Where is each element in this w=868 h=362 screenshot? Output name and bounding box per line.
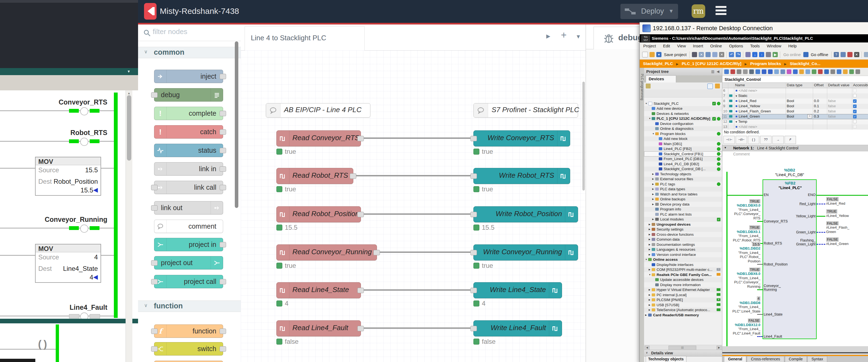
output-port[interactable] [358, 288, 364, 293]
tree-item[interactable]: Devices & networks [644, 111, 722, 116]
menu-icon[interactable] [716, 6, 726, 17]
tree-arrow-icon[interactable]: ▶ [649, 223, 652, 226]
input-port[interactable] [470, 288, 477, 293]
tree-item[interactable]: ▶USB [S7USB] [644, 302, 722, 308]
palette-category-function[interactable]: ∨function [138, 301, 241, 312]
input-port[interactable] [151, 329, 158, 334]
write-node[interactable]: Write Line4_State [473, 282, 562, 298]
output-port[interactable] [358, 212, 364, 217]
editor-tool-icon[interactable] [812, 69, 816, 74]
tree-arrow-icon[interactable]: ▶ [649, 228, 652, 230]
tree-arrow-icon[interactable]: ▶ [649, 248, 652, 251]
input-port[interactable] [470, 173, 477, 179]
toolbar-icon[interactable]: ↷ [736, 52, 741, 57]
tree-arrow-icon[interactable]: ▶ [649, 243, 652, 246]
tree-item[interactable]: ▶Cross-device functions [644, 232, 722, 237]
toolbar-icon[interactable] [650, 52, 655, 57]
deploy-caret-icon[interactable]: ▼ [669, 8, 674, 14]
palette-node-inject[interactable]: inject [154, 70, 223, 83]
toolbar-icon[interactable]: ✕ [719, 52, 724, 57]
toolbar-icon[interactable]: ✕ [854, 52, 859, 57]
editor-tool-icon[interactable] [787, 69, 792, 74]
tree-item[interactable]: Update accessible devices [644, 277, 722, 282]
palette-node-debug[interactable]: debug [154, 88, 223, 102]
table-row[interactable]: 7▼ Static [722, 93, 868, 99]
write-node[interactable]: Write Conveyor_Running [473, 244, 578, 260]
tree-arrow-icon[interactable]: ▶ [652, 203, 655, 205]
menu-edit[interactable]: Edit [659, 44, 674, 48]
tree-item[interactable]: ▶Local modules✓ [644, 217, 722, 222]
tab-devices[interactable]: Devices [646, 75, 676, 82]
output-port[interactable] [220, 148, 226, 153]
tree-arrow-icon[interactable]: ▶ [645, 314, 648, 316]
write-node[interactable]: Write Conveyor_RTS [473, 130, 570, 146]
tree-arrow-icon[interactable]: ▶ [652, 193, 655, 195]
tree-item[interactable]: Online & diagnostics [644, 126, 722, 132]
input-port[interactable] [151, 260, 158, 266]
table-view-icon[interactable] [707, 84, 713, 89]
input-port[interactable] [151, 92, 158, 98]
output-port[interactable] [220, 129, 226, 135]
tree-item[interactable]: ▼Realtek PCIe GBE Family Con... [644, 272, 722, 277]
tab-technology-objects[interactable]: Technology objects [646, 356, 686, 362]
lad-instruction-button[interactable]: → [772, 136, 784, 144]
palette-search[interactable] [138, 25, 241, 41]
tree-arrow-icon[interactable]: ▶ [649, 288, 652, 291]
read-node[interactable]: Read Line4_State [276, 282, 361, 298]
input-port[interactable] [151, 279, 158, 284]
tree-item[interactable]: ▶Watch and force tables [644, 192, 722, 197]
tree-arrow-icon[interactable]: ▼ [649, 274, 652, 276]
tree-item[interactable]: ▶PLC data types [644, 187, 722, 192]
lad-instruction-button[interactable]: ↱ [784, 136, 796, 144]
menu-window[interactable]: Window [763, 44, 784, 48]
toolbar-icon[interactable] [864, 52, 868, 57]
editor-tool-icon[interactable] [737, 69, 741, 74]
tree-arrow-icon[interactable]: ▶ [649, 253, 652, 256]
tree-item[interactable]: ▶Ungrouped devices [644, 222, 722, 227]
toolbar-icon[interactable]: ↓ [752, 52, 757, 57]
output-port[interactable] [220, 329, 226, 334]
flow-canvas[interactable]: Line 4 to Stacklight PLC ▸ + ▾ AB EIP/CI… [241, 25, 586, 362]
input-port[interactable] [470, 212, 477, 217]
collapse-panel-icon[interactable]: ◀ [717, 69, 719, 74]
input-port[interactable] [470, 250, 477, 255]
comment-node[interactable]: AB EIP/CIP - Line 4 PLC [266, 103, 370, 118]
editor-tool-icon[interactable] [743, 69, 748, 74]
read-node[interactable]: Read Robot_Position [276, 206, 361, 222]
breadcrumb-segment[interactable]: PLC_1 [CPU 1212C AC/DC/Rly] [682, 61, 742, 66]
tree-item[interactable]: ▶Common data [644, 237, 722, 242]
lad-instruction-button[interactable]: ( ) [748, 136, 759, 144]
tree-item[interactable]: Add new device [644, 106, 722, 111]
palette-node-project out[interactable]: project out [154, 256, 223, 270]
tree-arrow-icon[interactable]: ▼ [649, 117, 652, 120]
editor-tool-icon[interactable] [793, 69, 798, 74]
tree-item[interactable]: ▶Online backups [644, 197, 722, 202]
tree-item[interactable]: ▶TeleService [Automatic protoco... [644, 308, 722, 313]
editor-tool-icon[interactable] [818, 69, 823, 74]
tab-list-icon[interactable]: ▾ [577, 33, 580, 40]
editor-tool-icon[interactable] [755, 69, 760, 74]
scroll-right-icon[interactable]: ▶ [717, 346, 721, 350]
palette-node-link in[interactable]: link in [154, 162, 223, 175]
tree-item[interactable]: Display/hide interfaces [644, 262, 722, 267]
tree-item[interactable]: ▶PLCSIM [PN/IE]✕ [644, 298, 722, 303]
details-view-header[interactable]: ∨ Details view [644, 350, 722, 357]
tree-item[interactable]: ▶Device proxy data [644, 202, 722, 207]
mov-instruction[interactable]: MOVSource15.5DestRobot_Position15.5◀ [35, 157, 101, 196]
palette-node-project in[interactable]: project in [154, 238, 223, 251]
editor-tool-icon[interactable] [768, 69, 773, 74]
tree-item[interactable]: ▶Technology objects [644, 171, 722, 177]
tree-tool-icon[interactable] [646, 84, 651, 88]
toolbar-icon[interactable] [712, 52, 717, 57]
palette-scrollbar-thumb[interactable] [235, 41, 238, 208]
table-row[interactable]: 13<Add new> [722, 124, 868, 130]
read-node[interactable]: Read Conveyor_RTS [276, 130, 361, 146]
editor-tool-icon[interactable] [843, 69, 848, 74]
palette-node-status[interactable]: status [154, 144, 223, 157]
lad-instruction-button[interactable]: ⊣ ⊢ [723, 136, 735, 144]
editor-tool-icon[interactable] [806, 69, 810, 74]
tree-arrow-icon[interactable]: ▼ [645, 102, 648, 105]
inspector-tab-syntax[interactable]: Syntax [807, 356, 827, 362]
table-row[interactable]: 8Line4_RedBool0.0false✓ [722, 99, 868, 104]
editor-tool-icon[interactable] [831, 69, 835, 74]
